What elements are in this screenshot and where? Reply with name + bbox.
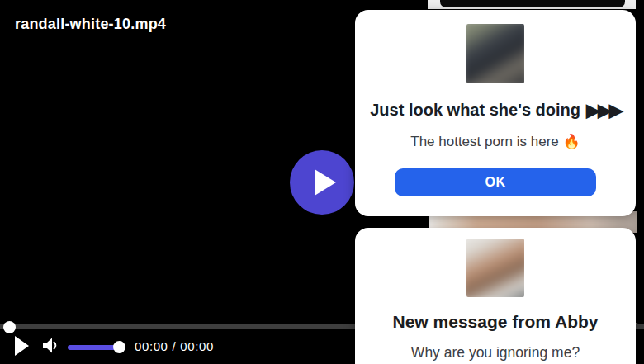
play-icon — [315, 169, 336, 196]
time-display: 00:00/00:00 — [135, 339, 214, 353]
offer-thumbnail-image — [466, 24, 524, 83]
message-heading: New message from Abby — [355, 311, 636, 333]
seek-handle[interactable] — [3, 321, 16, 333]
duration: 00:00 — [180, 339, 214, 353]
play-button[interactable] — [15, 336, 29, 356]
video-player-page: randall-white-10.mp4 00:00/00:00 Just lo… — [0, 0, 644, 364]
volume-thumb[interactable] — [113, 341, 125, 353]
volume-slider[interactable] — [68, 345, 119, 350]
volume-icon[interactable] — [41, 337, 59, 354]
big-play-button[interactable] — [290, 150, 354, 215]
offer-subtitle: The hottest porn is here 🔥 — [355, 133, 636, 151]
current-time: 00:00 — [135, 339, 168, 353]
popup-offer-card[interactable]: Just look what she's doing▶▶▶ The hottes… — [355, 10, 636, 216]
video-title: randall-white-10.mp4 — [15, 16, 166, 33]
offer-heading: Just look what she's doing▶▶▶ — [355, 99, 636, 121]
blurred-thumbnail — [466, 239, 524, 297]
blurred-thumbnail — [466, 24, 524, 83]
ok-button[interactable]: OK — [395, 168, 596, 196]
message-subtitle: Why are you ignoring me? — [355, 343, 636, 362]
popup-message-card[interactable]: New message from Abby Why are you ignori… — [355, 228, 636, 364]
time-separator: / — [173, 339, 177, 353]
underlay-dark-bar — [440, 0, 625, 7]
message-thumbnail-image — [466, 239, 524, 297]
offer-heading-text: Just look what she's doing — [370, 101, 580, 119]
triple-play-arrows-icon: ▶▶▶ — [586, 100, 621, 121]
